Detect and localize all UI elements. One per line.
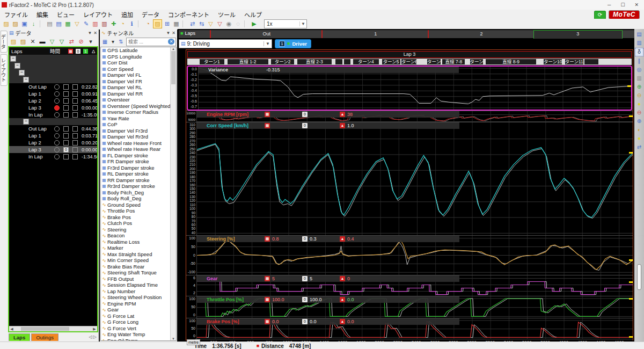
primary-lap-chip[interactable]: ▦: [265, 236, 270, 242]
graph-tool-icon[interactable]: ▥: [635, 75, 643, 82]
scroll-down-icon[interactable]: ▼: [172, 337, 175, 340]
lap-color-radio[interactable]: [54, 84, 60, 90]
scrollbar-thumb[interactable]: [171, 51, 175, 84]
tab-scroll-arrows[interactable]: ◁ ▷: [89, 335, 98, 339]
channel-item[interactable]: Eng Oil Temp: [101, 338, 176, 341]
tree-expander-icon[interactable]: −: [19, 70, 25, 76]
lap-segment[interactable]: 3: [533, 30, 623, 39]
lap-checkbox-1[interactable]: [63, 98, 69, 104]
lap-color-radio[interactable]: [54, 112, 60, 118]
chevron-down-icon[interactable]: ▼: [299, 21, 306, 26]
channel-item[interactable]: Ground Speed: [101, 202, 176, 208]
laps-column-header[interactable]: Laps: [9, 48, 50, 54]
toolbar-icon[interactable]: ▨: [2, 20, 10, 28]
lap-checkbox-2[interactable]: [72, 105, 78, 111]
lap-segment[interactable]: 2: [428, 30, 535, 38]
close-icon[interactable]: ✕: [172, 31, 175, 35]
toolbar-icon[interactable]: ◔: [144, 20, 152, 28]
track-section[interactable]: [335, 59, 342, 64]
lap-checkbox-2[interactable]: [72, 140, 78, 146]
channel-item[interactable]: Session Elapsed Time: [101, 282, 176, 288]
clear-search-icon[interactable]: ✕: [168, 39, 174, 45]
channel-item[interactable]: Wheel rate Heave Front: [101, 140, 176, 147]
channel-item[interactable]: Body Roll_Deg: [101, 195, 176, 202]
channel-item[interactable]: G Force Vert: [101, 325, 176, 332]
data-pane-tab[interactable]: Laps: [9, 333, 30, 341]
channel-item[interactable]: Clutch Pos: [101, 220, 176, 227]
channel-item[interactable]: Yaw Rate: [101, 115, 176, 122]
gear-plot[interactable]: 642 Gear ▦5 05 ▲0: [186, 275, 633, 296]
channel-item[interactable]: Brake Bias Rear: [101, 264, 176, 270]
toolbar-icon[interactable]: [182, 20, 186, 27]
lap-checkbox-1[interactable]: [63, 91, 69, 97]
menu-item[interactable]: ツール: [214, 10, 240, 19]
time-column-header[interactable]: 時間: [50, 47, 68, 55]
lap-checkbox-1[interactable]: [63, 126, 69, 132]
lap-checkbox-2[interactable]: [72, 84, 78, 90]
channels-tool-icon[interactable]: ⇅: [118, 38, 125, 46]
time-zoom-select[interactable]: 1x ▼: [264, 19, 307, 28]
channel-scrollbar[interactable]: ▲ ▼: [170, 47, 176, 340]
minimize-button[interactable]: ─: [608, 2, 611, 8]
lap-color-radio[interactable]: [54, 133, 60, 139]
toolbar-icon[interactable]: ⊞: [163, 20, 171, 28]
lap-row[interactable]: −: [9, 118, 97, 125]
track-section[interactable]: [344, 59, 350, 64]
delta-chip[interactable]: ▲: [340, 112, 345, 117]
close-icon[interactable]: ✕: [93, 31, 97, 35]
lap-row[interactable]: Lap 2 0:00.207: [9, 139, 97, 146]
channel-item[interactable]: Damper Vel Rr3rd: [101, 134, 176, 140]
channel-item[interactable]: Rr3rd Damper stroke: [101, 183, 176, 190]
close-button[interactable]: ✕: [634, 2, 639, 8]
speed-chart[interactable]: Corr Speed [km/h] ▦ 0 ▲1.0: [196, 122, 633, 235]
channel-item[interactable]: Steering Wheel Position: [101, 294, 176, 301]
lap-row[interactable]: Lap 3 0:00.000: [9, 104, 97, 111]
reference-lap-chip[interactable]: 0: [302, 123, 308, 128]
lap-checkbox-2[interactable]: [72, 126, 78, 132]
primary-lap-chip[interactable]: ▦: [265, 123, 270, 128]
channel-item[interactable]: Gear: [101, 307, 176, 313]
menu-item[interactable]: ビュー: [53, 10, 79, 19]
channel-item[interactable]: Marker: [101, 245, 176, 251]
lap-color-radio[interactable]: [54, 140, 60, 146]
rpm-chart[interactable]: Engine RPM [rpm] ▦ 0 ▲38: [196, 111, 633, 122]
menu-item[interactable]: データ: [137, 10, 164, 19]
data-pane-tab[interactable]: Outings: [31, 333, 58, 341]
toolbar-icon[interactable]: ▶: [250, 20, 258, 28]
driver-button[interactable]: 1 ■ Driver: [275, 39, 311, 48]
channel-item[interactable]: Fr3rd Damper stroke: [101, 165, 176, 171]
lap-row[interactable]: −: [9, 55, 97, 62]
variance-chart[interactable]: Variance -0.315: [198, 67, 631, 110]
lap-checkbox-1[interactable]: [63, 140, 69, 146]
toolbar-icon[interactable]: ✚: [109, 20, 118, 28]
graph-tool-icon[interactable]: ▤: [635, 31, 643, 38]
search-input[interactable]: [127, 39, 167, 45]
lap-row[interactable]: −: [9, 69, 97, 76]
lap-row[interactable]: Lap 2 0:06.453: [9, 97, 97, 104]
track-section[interactable]: ターン10: [544, 59, 562, 64]
channel-item[interactable]: Damper Vel Fr3rd: [101, 128, 176, 134]
track-section[interactable]: 直線 2-3: [297, 59, 332, 64]
lap-checkbox-1[interactable]: [63, 105, 69, 111]
toolbar-icon[interactable]: ▽: [216, 20, 224, 28]
corr-speed-plot[interactable]: 3103002902802702602502402302202102001901…: [186, 122, 633, 235]
graph-tool-icon[interactable]: ◐: [635, 126, 643, 134]
lap-color-radio[interactable]: [54, 91, 60, 97]
reference-lap-column-icon[interactable]: 0: [76, 49, 80, 54]
channels-tool-icon[interactable]: ▾: [109, 38, 116, 46]
track-section[interactable]: ターン5: [382, 59, 400, 64]
channel-item[interactable]: Engine RPM: [101, 301, 176, 307]
channels-tool-icon[interactable]: ▦: [101, 38, 108, 46]
toolbar-icon[interactable]: [40, 20, 43, 27]
channel-item[interactable]: Corr Speed: [101, 66, 176, 72]
laps-horizontal-scrollbar[interactable]: ◀ ▶: [9, 326, 97, 331]
tree-expander-icon[interactable]: −: [10, 56, 16, 62]
graph-tool-icon[interactable]: ⊕: [635, 83, 643, 91]
vertical-tab[interactable]: レイアウト: [1, 54, 8, 86]
data-tool-icon[interactable]: ▽: [57, 38, 66, 46]
graph-tool-icon[interactable]: ⊕: [635, 118, 643, 125]
lap-row[interactable]: In Lap -1:35.057: [9, 111, 97, 118]
lap-segment[interactable]: Out: [210, 30, 323, 38]
reference-lap-chip[interactable]: 0: [302, 276, 308, 281]
toolbar-icon[interactable]: [138, 20, 142, 27]
